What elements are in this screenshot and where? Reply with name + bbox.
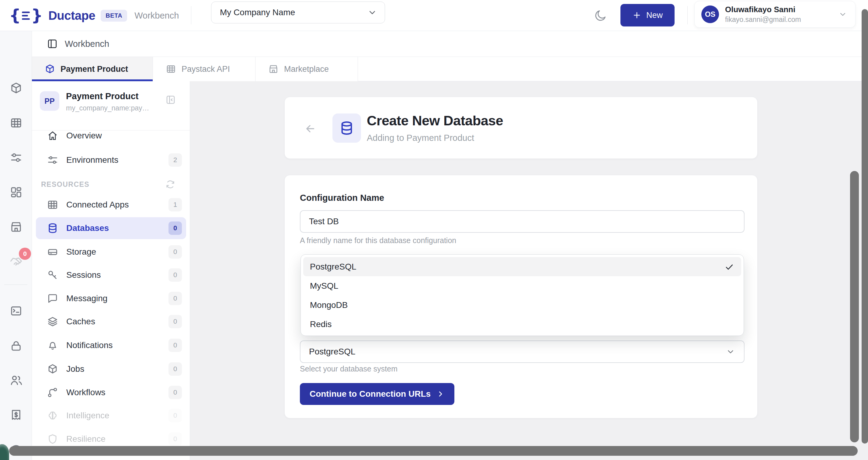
new-button-label: New <box>646 11 663 20</box>
count-badge: 0 <box>168 362 182 376</box>
database-icon <box>47 222 58 234</box>
page-header-card: Create New Database Adding to Payment Pr… <box>284 97 757 159</box>
sidebar-item-jobs[interactable]: Jobs 0 <box>36 358 186 380</box>
tab-paystack-api[interactable]: Paystack API <box>153 57 255 81</box>
storage-drive-icon <box>47 246 58 258</box>
dark-mode-toggle[interactable] <box>592 7 609 24</box>
key-icon <box>47 269 58 281</box>
sidebar-item-sessions[interactable]: Sessions 0 <box>36 264 186 286</box>
page-title: Create New Database <box>367 113 503 129</box>
sidebar-item-connected-apps[interactable]: Connected Apps 1 <box>36 194 186 216</box>
logo-text: Ductape <box>49 9 95 23</box>
rail-settings-item[interactable] <box>0 147 32 168</box>
panel-left-icon[interactable] <box>46 38 58 50</box>
tab-marketplace[interactable]: Marketplace <box>255 57 358 81</box>
top-header: { } Ductape BETA Workbench My Company Na… <box>0 0 868 31</box>
layers-icon <box>47 316 58 327</box>
sidebar-item-overview[interactable]: Overview <box>36 125 186 147</box>
section-label: RESOURCES <box>41 180 89 189</box>
sidebar-item-label: Overview <box>66 131 102 141</box>
chevron-down-icon <box>726 347 735 357</box>
dropdown-option-mysql[interactable]: MySQL <box>303 276 741 296</box>
count-badge: 0 <box>168 292 182 305</box>
configuration-name-input[interactable] <box>300 210 745 233</box>
sidebar-item-label: Workflows <box>66 388 105 397</box>
rail-billing-item[interactable] <box>0 404 32 426</box>
user-email: fikayo.sanni@gmail.com <box>725 16 801 24</box>
product-subtitle: my_company_name:pay… <box>66 104 149 112</box>
dropdown-option-postgresql[interactable]: PostgreSQL <box>303 257 741 276</box>
partners-count-badge: 0 <box>19 248 31 260</box>
grid-icon <box>47 199 58 211</box>
sidebar-item-databases[interactable]: Databases 0 <box>36 217 186 239</box>
sidebar-item-workflows[interactable]: Workflows 0 <box>36 381 186 403</box>
back-button[interactable] <box>304 123 316 135</box>
sidebar-item-label: Jobs <box>66 364 84 374</box>
sidebar-item-label: Resilience <box>66 434 105 444</box>
database-type-select[interactable]: PostgreSQL <box>300 340 745 363</box>
inner-vertical-scrollbar[interactable] <box>850 171 859 442</box>
sidebar-item-label: Environments <box>66 155 118 165</box>
option-label: PostgreSQL <box>310 262 356 272</box>
rail-marketplace-item[interactable] <box>0 216 32 238</box>
sidebar-item-storage[interactable]: Storage 0 <box>36 241 186 263</box>
rail-dashboard-item[interactable] <box>0 181 32 203</box>
count-badge: 0 <box>168 315 182 328</box>
sidebar-item-label: Sessions <box>66 270 101 280</box>
page-subtitle: Adding to Payment Product <box>367 133 474 143</box>
chevron-down-icon <box>838 10 847 19</box>
continue-button-label: Continue to Connection URLs <box>310 389 431 399</box>
dashboard-icon <box>10 186 23 199</box>
rail-terminal-item[interactable] <box>0 300 32 322</box>
grid-icon <box>10 117 23 129</box>
database-type-helper: Select your database system <box>300 365 398 373</box>
ductape-logo-icon: { } <box>9 7 43 24</box>
tab-bar: Payment Product Paystack API Marketplace <box>32 57 868 81</box>
package-icon <box>10 82 23 95</box>
message-square-icon <box>47 293 58 304</box>
option-label: MySQL <box>310 281 338 291</box>
sidebar-item-notifications[interactable]: Notifications 0 <box>36 334 186 356</box>
breadcrumb: Workbench <box>32 31 868 57</box>
outer-vertical-scrollbar[interactable] <box>862 9 868 443</box>
rail-team-item[interactable] <box>0 369 32 391</box>
collapse-sidebar-button[interactable] <box>164 94 177 106</box>
new-button[interactable]: New <box>620 4 675 27</box>
store-icon <box>268 64 279 74</box>
plus-icon <box>632 11 642 20</box>
cube-icon <box>47 363 58 375</box>
company-selector[interactable]: My Company Name <box>211 2 385 24</box>
rail-apps-item[interactable] <box>0 112 32 134</box>
configuration-name-label: Configuration Name <box>300 193 384 203</box>
count-badge: 0 <box>168 339 182 352</box>
database-icon-block <box>333 114 361 143</box>
sidebar-item-label: Notifications <box>66 340 113 350</box>
rail-products-item[interactable] <box>0 77 32 99</box>
header-divider <box>687 6 688 24</box>
sidebar-item-messaging[interactable]: Messaging 0 <box>36 287 186 309</box>
sidebar-item-environments[interactable]: Environments 2 <box>36 149 186 171</box>
count-badge: 0 <box>168 268 182 282</box>
tab-label: Marketplace <box>284 64 329 74</box>
database-type-dropdown: PostgreSQL MySQL MongoDB Redis <box>301 254 744 336</box>
count-badge: 0 <box>168 245 182 258</box>
tab-payment-product[interactable]: Payment Product <box>32 57 153 81</box>
dropdown-option-mongodb[interactable]: MongoDB <box>303 296 741 314</box>
brain-icon <box>47 410 58 421</box>
sidebar-item-intelligence[interactable]: Intelligence 0 <box>36 405 186 427</box>
sidebar-item-caches[interactable]: Caches 0 <box>36 311 186 333</box>
sidebar-item-label: Databases <box>66 223 109 233</box>
sliders-icon <box>47 154 58 166</box>
continue-button[interactable]: Continue to Connection URLs <box>300 383 454 405</box>
horizontal-scrollbar[interactable] <box>9 446 858 456</box>
user-menu[interactable]: OS Oluwafikayo Sanni fikayo.sanni@gmail.… <box>694 1 856 28</box>
icon-rail: 0 <box>0 31 32 460</box>
rail-security-item[interactable] <box>0 335 32 357</box>
dropdown-option-redis[interactable]: Redis <box>303 314 741 334</box>
refresh-icon[interactable] <box>165 179 176 189</box>
option-label: Redis <box>310 319 332 329</box>
option-label: MongoDB <box>310 300 348 310</box>
header-area-label: Workbench <box>134 11 179 21</box>
grid-icon <box>166 64 176 74</box>
tab-label: Payment Product <box>61 64 128 74</box>
